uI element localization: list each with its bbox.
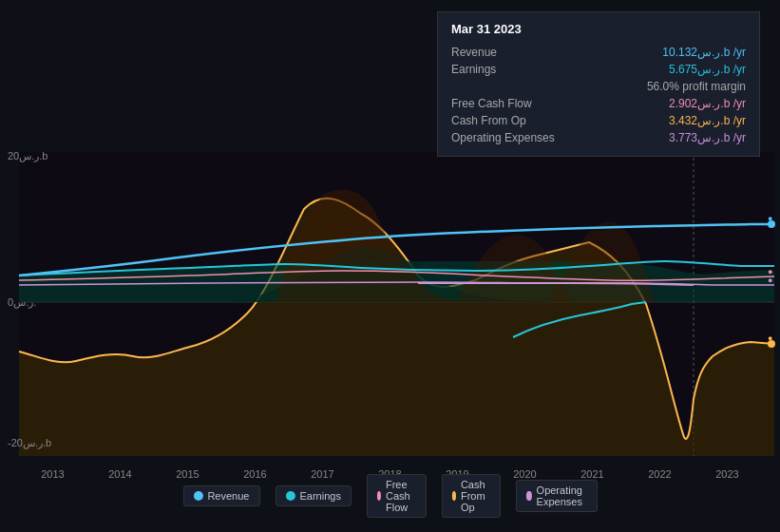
legend-cashop-label: Cash From Op <box>461 479 490 513</box>
svg-text:●: ● <box>768 276 772 285</box>
svg-text:●: ● <box>768 333 772 343</box>
y-axis-bottom-label: -20ر.س.b <box>8 437 51 449</box>
legend-revenue-dot <box>193 491 202 501</box>
legend-revenue-label: Revenue <box>207 490 249 502</box>
legend-earnings-dot <box>285 491 295 501</box>
legend-earnings-label: Earnings <box>299 490 340 502</box>
tooltip-opex-label: Operating Expenses <box>451 131 565 144</box>
tooltip-margin-row: 56.0% profit margin <box>451 78 746 95</box>
tooltip-fcf-row: Free Cash Flow 2.902ر.س.b /yr <box>451 95 746 112</box>
legend-revenue: Revenue <box>182 485 259 506</box>
svg-text:●: ● <box>768 214 772 223</box>
x-label-2023: 2023 <box>715 468 738 480</box>
tooltip-revenue-value: 10.132ر.س.b /yr <box>662 46 746 59</box>
tooltip-cashop-value: 3.432ر.س.b /yr <box>669 114 746 127</box>
tooltip-margin-value: 56.0% profit margin <box>647 80 746 93</box>
y-axis-top-label: 20ر.س.b <box>8 150 48 162</box>
x-label-2014: 2014 <box>108 468 131 480</box>
legend-opex-label: Operating Expenses <box>537 484 587 507</box>
x-label-2013: 2013 <box>41 468 64 480</box>
chart-legend: Revenue Earnings Free Cash Flow Cash Fro… <box>182 474 597 518</box>
legend-opex-dot <box>526 491 531 501</box>
tooltip-box: Mar 31 2023 Revenue 10.132ر.س.b /yr Earn… <box>437 11 760 157</box>
tooltip-opex-row: Operating Expenses 3.773ر.س.b /yr <box>451 129 746 146</box>
tooltip-fcf-label: Free Cash Flow <box>451 97 565 110</box>
tooltip-revenue-label: Revenue <box>451 46 565 59</box>
tooltip-revenue-row: Revenue 10.132ر.س.b /yr <box>451 44 746 61</box>
legend-earnings: Earnings <box>275 485 351 506</box>
tooltip-opex-value: 3.773ر.س.b /yr <box>669 131 746 144</box>
tooltip-cashop-row: Cash From Op 3.432ر.س.b /yr <box>451 112 746 129</box>
tooltip-earnings-row: Earnings 5.675ر.س.b /yr <box>451 61 746 78</box>
chart-container: ● ● ● ● 20ر.س.b 0ر.س. -20ر.س.b 2013 2014… <box>0 0 780 532</box>
legend-fcf-label: Free Cash Flow <box>386 479 416 513</box>
tooltip-earnings-label: Earnings <box>451 63 565 76</box>
legend-cashop: Cash From Op <box>442 474 502 518</box>
tooltip-fcf-value: 2.902ر.س.b /yr <box>669 97 746 110</box>
tooltip-earnings-value: 5.675ر.س.b /yr <box>669 63 746 76</box>
y-axis-zero-label: 0ر.س. <box>8 296 36 309</box>
legend-fcf: Free Cash Flow <box>367 474 427 518</box>
tooltip-cashop-label: Cash From Op <box>451 114 565 127</box>
legend-opex: Operating Expenses <box>516 480 597 512</box>
x-label-2022: 2022 <box>648 468 671 480</box>
tooltip-date: Mar 31 2023 <box>451 22 746 36</box>
legend-cashop-dot <box>452 491 456 501</box>
legend-fcf-dot <box>377 491 381 501</box>
